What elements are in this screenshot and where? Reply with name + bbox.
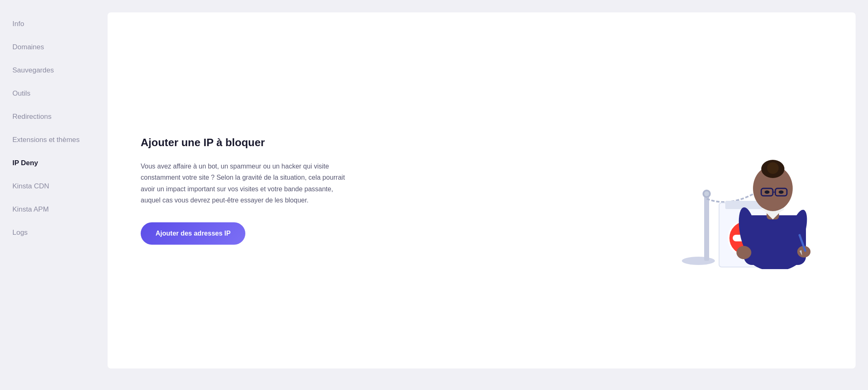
page-title: Ajouter une IP à bloquer [141, 136, 348, 149]
svg-point-18 [767, 162, 779, 174]
text-section: Ajouter une IP à bloquer Vous avez affai… [141, 136, 348, 245]
add-ip-button[interactable]: Ajouter des adresses IP [141, 222, 245, 245]
ip-deny-illustration [653, 112, 818, 269]
sidebar-item-info[interactable]: Info [0, 12, 108, 36]
svg-rect-1 [704, 195, 709, 261]
sidebar-item-extensions[interactable]: Extensions et thèmes [0, 128, 108, 152]
page-description: Vous avez affaire à un bot, un spammeur … [141, 161, 348, 206]
content-card: Ajouter une IP à bloquer Vous avez affai… [108, 12, 856, 368]
sidebar-item-logs[interactable]: Logs [0, 221, 108, 244]
sidebar: InfoDomainesSauvegardesOutilsRedirection… [0, 0, 108, 390]
sidebar-item-domaines[interactable]: Domaines [0, 36, 108, 59]
svg-point-25 [736, 246, 751, 259]
sidebar-item-outils[interactable]: Outils [0, 82, 108, 105]
sidebar-item-redirections[interactable]: Redirections [0, 105, 108, 128]
svg-point-0 [682, 257, 715, 265]
sidebar-item-ip-deny[interactable]: IP Deny [0, 152, 108, 175]
sidebar-item-kinsta-cdn[interactable]: Kinsta CDN [0, 175, 108, 198]
sidebar-item-sauvegardes[interactable]: Sauvegardes [0, 59, 108, 82]
illustration-section [649, 104, 822, 277]
svg-point-23 [779, 190, 784, 194]
content-inner: Ajouter une IP à bloquer Vous avez affai… [141, 104, 822, 277]
svg-point-3 [704, 191, 709, 196]
main-content: Ajouter une IP à bloquer Vous avez affai… [108, 0, 868, 390]
sidebar-item-kinsta-apm[interactable]: Kinsta APM [0, 198, 108, 221]
svg-point-22 [765, 190, 770, 194]
